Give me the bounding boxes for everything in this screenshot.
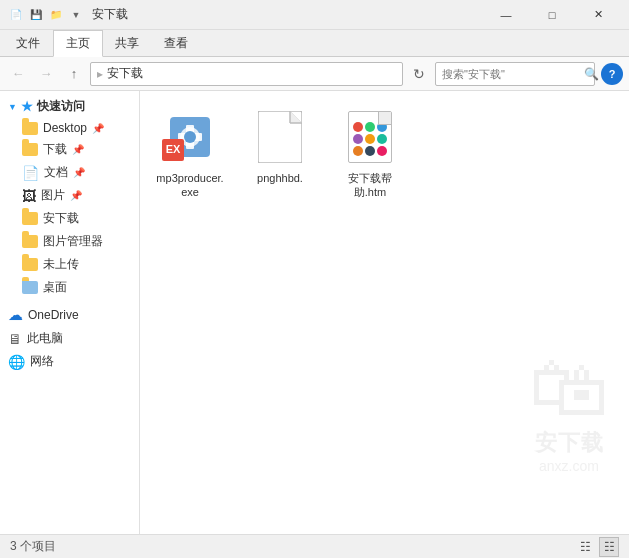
dropdown-icon[interactable]: ▼ [68, 7, 84, 23]
onedrive-icon: ☁ [8, 306, 23, 324]
color-dot-3 [353, 134, 363, 144]
tab-file[interactable]: 文件 [4, 30, 53, 56]
network-icon: 🌐 [8, 354, 25, 370]
watermark-domain: anxz.com [529, 458, 609, 474]
pin-icon-3: 📌 [73, 167, 85, 178]
title-bar-icons: 📄 💾 📁 ▼ [8, 7, 84, 23]
breadcrumb[interactable]: ▸ 安下载 [90, 62, 403, 86]
forward-button[interactable]: → [34, 62, 58, 86]
sidebar-item-onedrive[interactable]: ☁ OneDrive [0, 303, 139, 327]
photo-manager-icon [22, 235, 38, 248]
svg-text:EX: EX [166, 143, 181, 155]
sidebar-item-anxz[interactable]: 安下载 [0, 207, 139, 230]
title-bar: 📄 💾 📁 ▼ 安下载 — □ ✕ [0, 0, 629, 30]
breadcrumb-path: 安下载 [107, 65, 143, 82]
address-bar: ← → ↑ ▸ 安下载 ↻ 🔍 ? [0, 57, 629, 91]
pin-icon-2: 📌 [72, 144, 84, 155]
grid-view-button[interactable]: ☷ [599, 537, 619, 557]
sidebar-item-network[interactable]: 🌐 网络 [0, 350, 139, 373]
ribbon: 文件 主页 共享 查看 [0, 30, 629, 57]
color-dot-1 [365, 122, 375, 132]
pin-icon: 📌 [92, 123, 104, 134]
tab-home[interactable]: 主页 [53, 30, 103, 57]
sidebar-item-pictures[interactable]: 🖼 图片 📌 [0, 184, 139, 207]
help-button[interactable]: ? [601, 63, 623, 85]
maximize-button[interactable]: □ [529, 0, 575, 30]
list-view-button[interactable]: ☷ [575, 537, 595, 557]
png-icon [258, 111, 302, 163]
htm-file-icon [348, 111, 392, 163]
desktop-folder-icon [22, 122, 38, 135]
watermark-text: 安下载 [529, 428, 609, 458]
item-count: 3 个项目 [10, 538, 56, 555]
refresh-button[interactable]: ↻ [407, 62, 431, 86]
exe-file-name: mp3producer.exe [154, 171, 226, 200]
minimize-button[interactable]: — [483, 0, 529, 30]
search-bar[interactable]: 🔍 [435, 62, 595, 86]
png-icon-area [248, 105, 312, 169]
watermark-bag-icon: 🛍 [529, 348, 609, 428]
status-bar: 3 个项目 ☷ ☷ [0, 534, 629, 558]
search-input[interactable] [442, 68, 580, 80]
not-uploaded-icon [22, 258, 38, 271]
pc-icon: 🖥 [8, 331, 22, 347]
window-controls: — □ ✕ [483, 0, 621, 30]
color-dot-0 [353, 122, 363, 132]
anxz-folder-icon [22, 212, 38, 225]
color-dot-7 [365, 146, 375, 156]
color-dot-4 [365, 134, 375, 144]
sidebar-item-not-uploaded[interactable]: 未上传 [0, 253, 139, 276]
ribbon-tabs: 文件 主页 共享 查看 [0, 30, 629, 56]
quick-access-chevron-icon: ▼ [8, 102, 17, 112]
png-file-name: pnghhbd. [257, 171, 303, 185]
sidebar-item-documents[interactable]: 📄 文档 📌 [0, 161, 139, 184]
search-icon[interactable]: 🔍 [584, 67, 599, 81]
save-icon: 💾 [28, 7, 44, 23]
sidebar-item-desktop2[interactable]: 桌面 [0, 276, 139, 299]
quick-access-header[interactable]: ▼ ★ 快速访问 [0, 95, 139, 118]
htm-file-name: 安下载帮助.htm [334, 171, 406, 200]
window-title: 安下载 [92, 6, 483, 23]
pictures-icon: 🖼 [22, 188, 36, 204]
sidebar-item-photo-manager[interactable]: 图片管理器 [0, 230, 139, 253]
files-grid: EX mp3producer.exe pnghhbd. [150, 101, 619, 204]
htm-icon-area [338, 105, 402, 169]
up-button[interactable]: ↑ [62, 62, 86, 86]
tab-view[interactable]: 查看 [152, 30, 201, 56]
sidebar: ▼ ★ 快速访问 Desktop 📌 下载 📌 📄 文档 📌 🖼 图片 📌 安下… [0, 91, 140, 534]
close-button[interactable]: ✕ [575, 0, 621, 30]
file-item-exe[interactable]: EX mp3producer.exe [150, 101, 230, 204]
pin-icon-4: 📌 [70, 190, 82, 201]
view-controls: ☷ ☷ [575, 537, 619, 557]
documents-icon: 📄 [22, 165, 39, 181]
color-dots [353, 122, 387, 156]
sidebar-item-desktop[interactable]: Desktop 📌 [0, 118, 139, 138]
exe-icon: EX [162, 109, 218, 165]
quick-access-folder-icon: 📁 [48, 7, 64, 23]
tab-share[interactable]: 共享 [103, 30, 152, 56]
file-item-png[interactable]: pnghhbd. [240, 101, 320, 204]
file-item-htm[interactable]: 安下载帮助.htm [330, 101, 410, 204]
sidebar-item-downloads[interactable]: 下载 📌 [0, 138, 139, 161]
main-area: ▼ ★ 快速访问 Desktop 📌 下载 📌 📄 文档 📌 🖼 图片 📌 安下… [0, 91, 629, 534]
downloads-folder-icon [22, 143, 38, 156]
blank-page-icon: 📄 [8, 7, 24, 23]
sidebar-star-icon: ★ [21, 99, 33, 114]
breadcrumb-sep: ▸ [97, 67, 103, 81]
color-dot-8 [377, 146, 387, 156]
exe-icon-area: EX [158, 105, 222, 169]
back-button[interactable]: ← [6, 62, 30, 86]
color-dot-6 [353, 146, 363, 156]
watermark: 🛍 安下载 anxz.com [529, 348, 609, 474]
sidebar-item-thispc[interactable]: 🖥 此电脑 [0, 327, 139, 350]
desktop2-icon [22, 281, 38, 294]
svg-point-6 [184, 131, 196, 143]
color-dot-5 [377, 134, 387, 144]
color-dot-2 [377, 122, 387, 132]
file-area: EX mp3producer.exe pnghhbd. [140, 91, 629, 534]
